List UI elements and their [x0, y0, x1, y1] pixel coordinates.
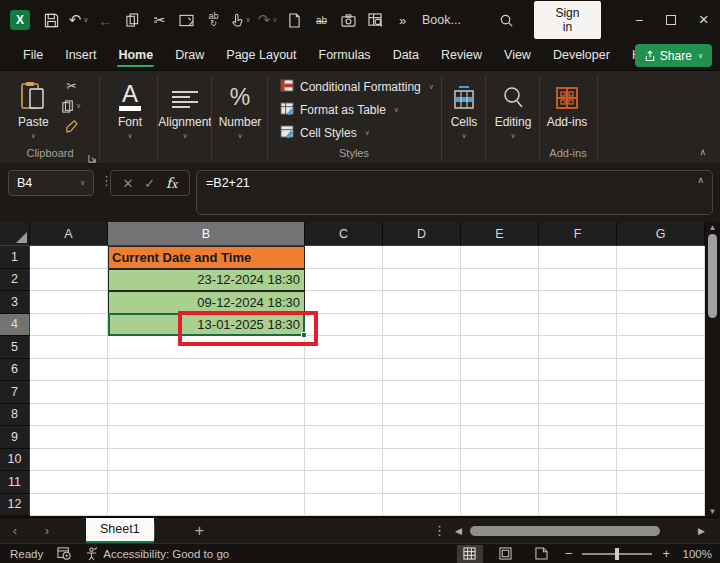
horizontal-scroll-thumb[interactable]	[470, 526, 660, 536]
cell-A5[interactable]	[30, 336, 108, 359]
cell-A2[interactable]	[30, 269, 108, 292]
cell-F8[interactable]	[539, 404, 617, 427]
redo-icon[interactable]: ↷∨	[254, 5, 281, 35]
close-button[interactable]: ×	[688, 5, 720, 35]
cut-icon[interactable]: ✂	[67, 79, 77, 93]
cell-E7[interactable]	[461, 381, 539, 404]
cell-E3[interactable]	[461, 291, 539, 314]
table-lookup-icon[interactable]	[362, 5, 389, 35]
cell-F2[interactable]	[539, 269, 617, 292]
new-document-icon[interactable]	[281, 5, 308, 35]
cell-E9[interactable]	[461, 426, 539, 449]
row-header-9[interactable]: 9	[0, 426, 30, 449]
cell-B9[interactable]	[108, 426, 305, 449]
cell-G12[interactable]	[617, 494, 705, 517]
cell-D4[interactable]	[383, 314, 461, 337]
cell-F7[interactable]	[539, 381, 617, 404]
tab-data[interactable]: Data	[383, 42, 429, 68]
format-painter-icon[interactable]	[65, 119, 78, 133]
cell-B3[interactable]: 09-12-2024 18:30	[108, 291, 305, 314]
search-icon[interactable]	[493, 5, 520, 35]
tab-draw[interactable]: Draw	[165, 42, 214, 68]
page-break-view-button[interactable]	[529, 545, 555, 563]
cell-E2[interactable]	[461, 269, 539, 292]
cell-C2[interactable]	[305, 269, 383, 292]
row-header-8[interactable]: 8	[0, 404, 30, 427]
cell-G3[interactable]	[617, 291, 705, 314]
cut-icon[interactable]: ✂	[146, 5, 173, 35]
column-header-D[interactable]: D	[383, 222, 461, 246]
cell-D6[interactable]	[383, 359, 461, 382]
cell-C12[interactable]	[305, 494, 383, 517]
cell-D10[interactable]	[383, 449, 461, 472]
row-header-5[interactable]: 5	[0, 336, 30, 359]
zoom-slider[interactable]	[582, 553, 652, 555]
column-header-G[interactable]: G	[617, 222, 705, 246]
cell-A6[interactable]	[30, 359, 108, 382]
page-layout-view-button[interactable]	[493, 545, 519, 563]
vertical-scroll-thumb[interactable]	[708, 234, 717, 318]
name-box[interactable]: B4 ∨	[8, 170, 94, 196]
tab-insert[interactable]: Insert	[55, 42, 106, 68]
addins-button[interactable]: Add-ins	[544, 77, 590, 129]
enter-icon[interactable]: ✓	[144, 176, 155, 191]
more-commands-icon[interactable]: »	[389, 5, 416, 35]
cell-C3[interactable]	[305, 291, 383, 314]
maximize-button[interactable]	[655, 5, 687, 35]
accessibility-status[interactable]: Accessibility: Good to go	[85, 547, 229, 561]
strikethrough-icon[interactable]: ab	[308, 5, 335, 35]
cell-F11[interactable]	[539, 471, 617, 494]
cell-G7[interactable]	[617, 381, 705, 404]
cells-button[interactable]: Cells ∨	[444, 77, 484, 140]
cell-E8[interactable]	[461, 404, 539, 427]
column-header-B[interactable]: B	[108, 222, 305, 246]
cell-F5[interactable]	[539, 336, 617, 359]
replace-icon[interactable]: ab↻	[200, 5, 227, 35]
insert-function-icon[interactable]: fx	[166, 175, 177, 191]
zoom-slider-thumb[interactable]	[615, 548, 619, 560]
sheet-tab-sheet1[interactable]: Sheet1	[86, 518, 154, 544]
cell-F9[interactable]	[539, 426, 617, 449]
cell-D12[interactable]	[383, 494, 461, 517]
cell-B2[interactable]: 23-12-2024 18:30	[108, 269, 305, 292]
hscroll-left-icon[interactable]: ◀	[455, 526, 462, 536]
cell-E10[interactable]	[461, 449, 539, 472]
editing-button[interactable]: Editing ∨	[488, 77, 538, 140]
cell-C1[interactable]	[305, 246, 383, 269]
normal-view-button[interactable]	[457, 545, 483, 563]
cell-G1[interactable]	[617, 246, 705, 269]
cell-G9[interactable]	[617, 426, 705, 449]
row-header-11[interactable]: 11	[0, 471, 30, 494]
expand-formula-bar-icon[interactable]: ∧	[697, 175, 704, 185]
row-header-4[interactable]: 4	[0, 314, 30, 337]
cell-G11[interactable]	[617, 471, 705, 494]
cell-D11[interactable]	[383, 471, 461, 494]
cell-B1[interactable]: Current Date and Time	[108, 246, 305, 269]
prev-sheet-icon[interactable]: ‹	[0, 523, 30, 538]
vertical-scrollbar[interactable]: ▲ ▼	[705, 222, 720, 517]
cell-B11[interactable]	[108, 471, 305, 494]
cancel-icon[interactable]: ✕	[122, 176, 133, 191]
tab-options-icon[interactable]: ⋮	[433, 523, 446, 538]
row-header-1[interactable]: 1	[0, 246, 30, 269]
cell-B12[interactable]	[108, 494, 305, 517]
cell-E6[interactable]	[461, 359, 539, 382]
cell-A12[interactable]	[30, 494, 108, 517]
formula-input[interactable]: =B2+21	[196, 170, 713, 215]
cell-G4[interactable]	[617, 314, 705, 337]
alignment-button[interactable]: Alignment ∨	[158, 77, 212, 140]
cell-D8[interactable]	[383, 404, 461, 427]
conditional-formatting-button[interactable]: Conditional Formatting∨	[280, 75, 434, 98]
cell-C7[interactable]	[305, 381, 383, 404]
cell-G6[interactable]	[617, 359, 705, 382]
scroll-down-icon[interactable]: ▼	[705, 507, 720, 516]
tab-file[interactable]: File	[13, 42, 53, 68]
cell-G10[interactable]	[617, 449, 705, 472]
cell-A7[interactable]	[30, 381, 108, 404]
touch-mode-icon[interactable]: ∨	[227, 5, 254, 35]
cell-D7[interactable]	[383, 381, 461, 404]
cell-B8[interactable]	[108, 404, 305, 427]
cell-F12[interactable]	[539, 494, 617, 517]
cell-A4[interactable]	[30, 314, 108, 337]
column-header-C[interactable]: C	[305, 222, 383, 246]
